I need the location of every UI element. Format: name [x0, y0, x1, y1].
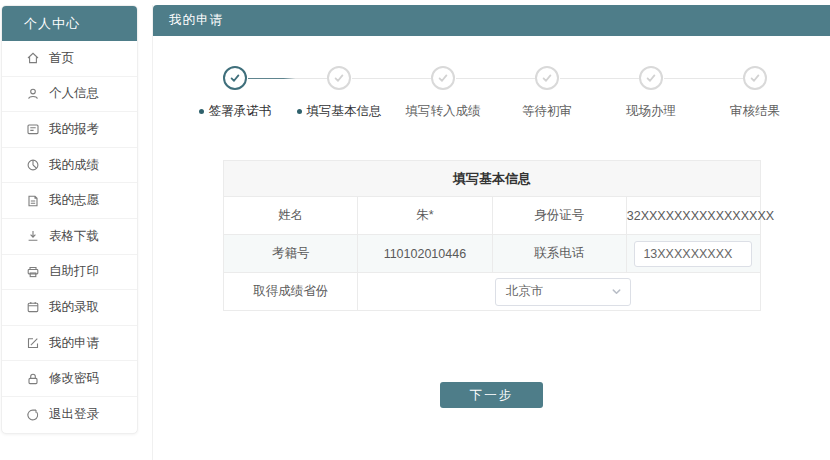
pie-chart-icon [26, 158, 40, 172]
id-number-value: 32XXXXXXXXXXXXXXXX [626, 197, 760, 235]
step-initial-review: 等待初审 [495, 66, 599, 120]
calendar-icon [26, 300, 40, 314]
download-icon [26, 229, 40, 243]
step-check-icon [327, 66, 351, 90]
phone-label: 联系电话 [492, 235, 626, 273]
sidebar-item-profile[interactable]: 个人信息 [2, 77, 137, 113]
id-number-label: 身份证号 [492, 197, 626, 235]
sidebar-item-label: 表格下载 [49, 228, 99, 245]
exam-id-value: 110102010446 [358, 235, 492, 273]
sidebar-item-preferences[interactable]: 我的志愿 [2, 183, 137, 219]
home-icon [26, 51, 40, 65]
table-row: 考籍号 110102010446 联系电话 [224, 235, 761, 273]
step-dot [199, 109, 204, 114]
sidebar-item-home[interactable]: 首页 [2, 41, 137, 77]
exam-id-label: 考籍号 [224, 235, 358, 273]
sidebar-item-label: 修改密码 [49, 370, 99, 387]
next-step-button[interactable]: 下一步 [440, 382, 543, 408]
step-basic-info: 填写基本信息 [287, 66, 391, 120]
name-label: 姓名 [224, 197, 358, 235]
step-label: 签署承诺书 [209, 103, 272, 120]
printer-icon [26, 265, 40, 279]
lock-icon [26, 372, 40, 386]
step-check-icon [223, 66, 247, 90]
register-icon [26, 122, 40, 136]
sidebar-item-self-print[interactable]: 自助打印 [2, 255, 137, 291]
sidebar: 个人中心 首页 个人信息 我的报考 我的成绩 我的志愿 表格下载 自助打印 我的… [1, 5, 138, 434]
sidebar-item-registration[interactable]: 我的报考 [2, 112, 137, 148]
form-title: 填写基本信息 [224, 161, 761, 197]
sidebar-item-label: 自助打印 [49, 263, 99, 280]
sidebar-item-label: 我的申请 [49, 335, 99, 352]
chevron-down-icon [611, 286, 622, 297]
step-onsite-processing: 现场办理 [599, 66, 703, 120]
step-label: 填写基本信息 [307, 103, 382, 120]
province-label: 取得成绩省份 [224, 273, 358, 311]
page-title: 我的申请 [153, 5, 830, 36]
button-row: 下一步 [153, 382, 830, 408]
sidebar-item-scores[interactable]: 我的成绩 [2, 148, 137, 184]
province-selected-value: 北京市 [506, 283, 544, 300]
step-sign-commitment: 签署承诺书 [183, 66, 287, 120]
sidebar-item-label: 我的报考 [49, 121, 99, 138]
sidebar-item-admission[interactable]: 我的录取 [2, 290, 137, 326]
sidebar-item-label: 我的成绩 [49, 157, 99, 174]
table-row: 取得成绩省份 北京市 [224, 273, 761, 311]
step-check-icon [535, 66, 559, 90]
sidebar-item-application[interactable]: 我的申请 [2, 326, 137, 362]
step-label: 审核结果 [730, 103, 780, 120]
step-label: 填写转入成绩 [406, 103, 481, 120]
sidebar-item-label: 退出登录 [49, 406, 99, 423]
user-icon [26, 87, 40, 101]
sidebar-item-label: 个人信息 [49, 85, 99, 102]
sidebar-item-form-download[interactable]: 表格下载 [2, 219, 137, 255]
document-icon [26, 194, 40, 208]
province-select[interactable]: 北京市 [495, 278, 631, 306]
edit-icon [26, 336, 40, 350]
step-review-result: 审核结果 [703, 66, 807, 120]
basic-info-table: 填写基本信息 姓名 朱* 身份证号 32XXXXXXXXXXXXXXXX 考籍号… [223, 160, 761, 311]
sidebar-item-label: 我的志愿 [49, 192, 99, 209]
logout-icon [26, 408, 40, 422]
step-check-icon [431, 66, 455, 90]
sidebar-item-label: 我的录取 [49, 299, 99, 316]
table-row: 姓名 朱* 身份证号 32XXXXXXXXXXXXXXXX [224, 197, 761, 235]
step-transfer-scores: 填写转入成绩 [391, 66, 495, 120]
name-value: 朱* [358, 197, 492, 235]
phone-input[interactable] [634, 241, 752, 267]
sidebar-item-change-password[interactable]: 修改密码 [2, 361, 137, 397]
step-dot [297, 109, 302, 114]
main-panel: 我的申请 签署承诺书 填写基本信息 填写转入成绩 等待初审 现场办理 审核结果 [152, 5, 830, 460]
step-label: 等待初审 [522, 103, 572, 120]
sidebar-item-label: 首页 [49, 50, 74, 67]
sidebar-item-logout[interactable]: 退出登录 [2, 397, 137, 433]
step-label: 现场办理 [626, 103, 676, 120]
step-check-icon [743, 66, 767, 90]
progress-stepper: 签署承诺书 填写基本信息 填写转入成绩 等待初审 现场办理 审核结果 [183, 66, 807, 120]
sidebar-title: 个人中心 [2, 6, 137, 41]
step-check-icon [639, 66, 663, 90]
